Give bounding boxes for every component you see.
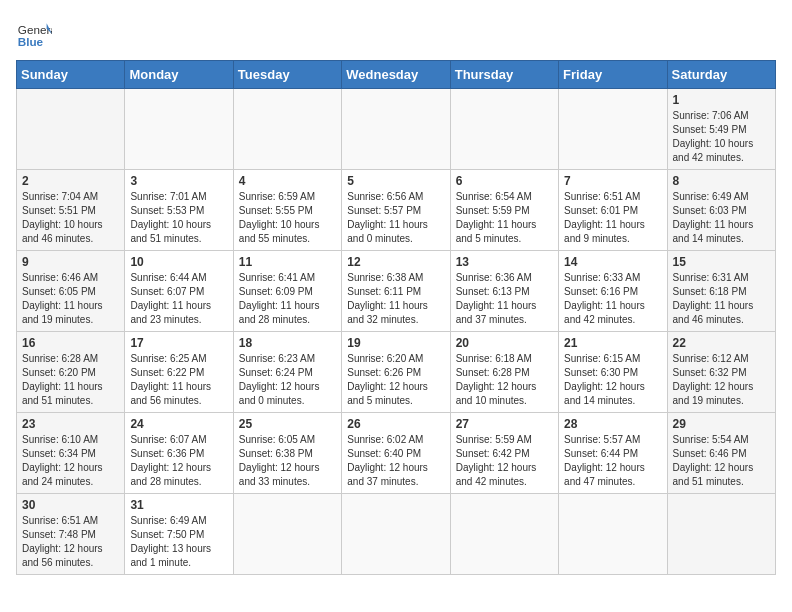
- day-number: 5: [347, 174, 444, 188]
- day-number: 18: [239, 336, 336, 350]
- day-info: Sunrise: 6:12 AM Sunset: 6:32 PM Dayligh…: [673, 352, 770, 408]
- calendar-cell: 21Sunrise: 6:15 AM Sunset: 6:30 PM Dayli…: [559, 332, 667, 413]
- day-number: 9: [22, 255, 119, 269]
- day-info: Sunrise: 6:36 AM Sunset: 6:13 PM Dayligh…: [456, 271, 553, 327]
- page-header: General Blue: [16, 16, 776, 52]
- day-number: 25: [239, 417, 336, 431]
- calendar-cell: 4Sunrise: 6:59 AM Sunset: 5:55 PM Daylig…: [233, 170, 341, 251]
- calendar-cell: 24Sunrise: 6:07 AM Sunset: 6:36 PM Dayli…: [125, 413, 233, 494]
- week-row-1: 2Sunrise: 7:04 AM Sunset: 5:51 PM Daylig…: [17, 170, 776, 251]
- day-info: Sunrise: 6:05 AM Sunset: 6:38 PM Dayligh…: [239, 433, 336, 489]
- header-row: SundayMondayTuesdayWednesdayThursdayFrid…: [17, 61, 776, 89]
- calendar-cell: 29Sunrise: 5:54 AM Sunset: 6:46 PM Dayli…: [667, 413, 775, 494]
- header-thursday: Thursday: [450, 61, 558, 89]
- day-info: Sunrise: 6:07 AM Sunset: 6:36 PM Dayligh…: [130, 433, 227, 489]
- calendar-cell: 5Sunrise: 6:56 AM Sunset: 5:57 PM Daylig…: [342, 170, 450, 251]
- calendar-cell: 23Sunrise: 6:10 AM Sunset: 6:34 PM Dayli…: [17, 413, 125, 494]
- day-info: Sunrise: 7:04 AM Sunset: 5:51 PM Dayligh…: [22, 190, 119, 246]
- calendar-cell: 13Sunrise: 6:36 AM Sunset: 6:13 PM Dayli…: [450, 251, 558, 332]
- day-number: 2: [22, 174, 119, 188]
- day-info: Sunrise: 6:31 AM Sunset: 6:18 PM Dayligh…: [673, 271, 770, 327]
- day-info: Sunrise: 6:46 AM Sunset: 6:05 PM Dayligh…: [22, 271, 119, 327]
- calendar-cell: 30Sunrise: 6:51 AM Sunset: 7:48 PM Dayli…: [17, 494, 125, 575]
- calendar-cell: 6Sunrise: 6:54 AM Sunset: 5:59 PM Daylig…: [450, 170, 558, 251]
- day-number: 11: [239, 255, 336, 269]
- header-wednesday: Wednesday: [342, 61, 450, 89]
- day-info: Sunrise: 6:54 AM Sunset: 5:59 PM Dayligh…: [456, 190, 553, 246]
- day-info: Sunrise: 6:59 AM Sunset: 5:55 PM Dayligh…: [239, 190, 336, 246]
- day-number: 17: [130, 336, 227, 350]
- day-number: 31: [130, 498, 227, 512]
- calendar-cell: 31Sunrise: 6:49 AM Sunset: 7:50 PM Dayli…: [125, 494, 233, 575]
- calendar-body: 1Sunrise: 7:06 AM Sunset: 5:49 PM Daylig…: [17, 89, 776, 575]
- calendar-cell: 18Sunrise: 6:23 AM Sunset: 6:24 PM Dayli…: [233, 332, 341, 413]
- day-info: Sunrise: 6:02 AM Sunset: 6:40 PM Dayligh…: [347, 433, 444, 489]
- calendar-cell: 9Sunrise: 6:46 AM Sunset: 6:05 PM Daylig…: [17, 251, 125, 332]
- day-number: 15: [673, 255, 770, 269]
- calendar-cell: 15Sunrise: 6:31 AM Sunset: 6:18 PM Dayli…: [667, 251, 775, 332]
- calendar-cell: [559, 494, 667, 575]
- day-number: 26: [347, 417, 444, 431]
- logo: General Blue: [16, 16, 58, 52]
- day-number: 14: [564, 255, 661, 269]
- day-info: Sunrise: 6:33 AM Sunset: 6:16 PM Dayligh…: [564, 271, 661, 327]
- day-number: 8: [673, 174, 770, 188]
- day-info: Sunrise: 7:06 AM Sunset: 5:49 PM Dayligh…: [673, 109, 770, 165]
- calendar-header: SundayMondayTuesdayWednesdayThursdayFrid…: [17, 61, 776, 89]
- calendar-cell: 20Sunrise: 6:18 AM Sunset: 6:28 PM Dayli…: [450, 332, 558, 413]
- day-info: Sunrise: 6:51 AM Sunset: 7:48 PM Dayligh…: [22, 514, 119, 570]
- day-number: 21: [564, 336, 661, 350]
- header-friday: Friday: [559, 61, 667, 89]
- day-info: Sunrise: 6:25 AM Sunset: 6:22 PM Dayligh…: [130, 352, 227, 408]
- calendar-cell: [17, 89, 125, 170]
- svg-text:Blue: Blue: [18, 35, 44, 48]
- day-number: 23: [22, 417, 119, 431]
- day-info: Sunrise: 6:18 AM Sunset: 6:28 PM Dayligh…: [456, 352, 553, 408]
- day-number: 28: [564, 417, 661, 431]
- day-number: 6: [456, 174, 553, 188]
- day-info: Sunrise: 6:38 AM Sunset: 6:11 PM Dayligh…: [347, 271, 444, 327]
- day-info: Sunrise: 5:57 AM Sunset: 6:44 PM Dayligh…: [564, 433, 661, 489]
- calendar-cell: 11Sunrise: 6:41 AM Sunset: 6:09 PM Dayli…: [233, 251, 341, 332]
- day-info: Sunrise: 6:56 AM Sunset: 5:57 PM Dayligh…: [347, 190, 444, 246]
- day-info: Sunrise: 6:49 AM Sunset: 6:03 PM Dayligh…: [673, 190, 770, 246]
- calendar-cell: 8Sunrise: 6:49 AM Sunset: 6:03 PM Daylig…: [667, 170, 775, 251]
- day-info: Sunrise: 6:15 AM Sunset: 6:30 PM Dayligh…: [564, 352, 661, 408]
- header-saturday: Saturday: [667, 61, 775, 89]
- day-number: 22: [673, 336, 770, 350]
- calendar-cell: [450, 89, 558, 170]
- day-number: 19: [347, 336, 444, 350]
- calendar-cell: [233, 494, 341, 575]
- calendar-cell: 22Sunrise: 6:12 AM Sunset: 6:32 PM Dayli…: [667, 332, 775, 413]
- calendar-cell: 14Sunrise: 6:33 AM Sunset: 6:16 PM Dayli…: [559, 251, 667, 332]
- day-info: Sunrise: 6:41 AM Sunset: 6:09 PM Dayligh…: [239, 271, 336, 327]
- calendar-cell: [450, 494, 558, 575]
- day-number: 27: [456, 417, 553, 431]
- week-row-4: 23Sunrise: 6:10 AM Sunset: 6:34 PM Dayli…: [17, 413, 776, 494]
- calendar-cell: 28Sunrise: 5:57 AM Sunset: 6:44 PM Dayli…: [559, 413, 667, 494]
- header-monday: Monday: [125, 61, 233, 89]
- calendar-cell: 25Sunrise: 6:05 AM Sunset: 6:38 PM Dayli…: [233, 413, 341, 494]
- calendar-cell: 19Sunrise: 6:20 AM Sunset: 6:26 PM Dayli…: [342, 332, 450, 413]
- day-info: Sunrise: 5:59 AM Sunset: 6:42 PM Dayligh…: [456, 433, 553, 489]
- week-row-2: 9Sunrise: 6:46 AM Sunset: 6:05 PM Daylig…: [17, 251, 776, 332]
- calendar-table: SundayMondayTuesdayWednesdayThursdayFrid…: [16, 60, 776, 575]
- calendar-cell: [559, 89, 667, 170]
- calendar-cell: 2Sunrise: 7:04 AM Sunset: 5:51 PM Daylig…: [17, 170, 125, 251]
- day-number: 3: [130, 174, 227, 188]
- logo-icon: General Blue: [16, 16, 52, 52]
- calendar-cell: 10Sunrise: 6:44 AM Sunset: 6:07 PM Dayli…: [125, 251, 233, 332]
- day-number: 10: [130, 255, 227, 269]
- header-tuesday: Tuesday: [233, 61, 341, 89]
- day-number: 16: [22, 336, 119, 350]
- day-number: 13: [456, 255, 553, 269]
- day-number: 20: [456, 336, 553, 350]
- calendar-cell: 7Sunrise: 6:51 AM Sunset: 6:01 PM Daylig…: [559, 170, 667, 251]
- day-info: Sunrise: 5:54 AM Sunset: 6:46 PM Dayligh…: [673, 433, 770, 489]
- week-row-0: 1Sunrise: 7:06 AM Sunset: 5:49 PM Daylig…: [17, 89, 776, 170]
- day-number: 1: [673, 93, 770, 107]
- day-number: 30: [22, 498, 119, 512]
- day-number: 12: [347, 255, 444, 269]
- calendar-cell: 27Sunrise: 5:59 AM Sunset: 6:42 PM Dayli…: [450, 413, 558, 494]
- calendar-cell: 26Sunrise: 6:02 AM Sunset: 6:40 PM Dayli…: [342, 413, 450, 494]
